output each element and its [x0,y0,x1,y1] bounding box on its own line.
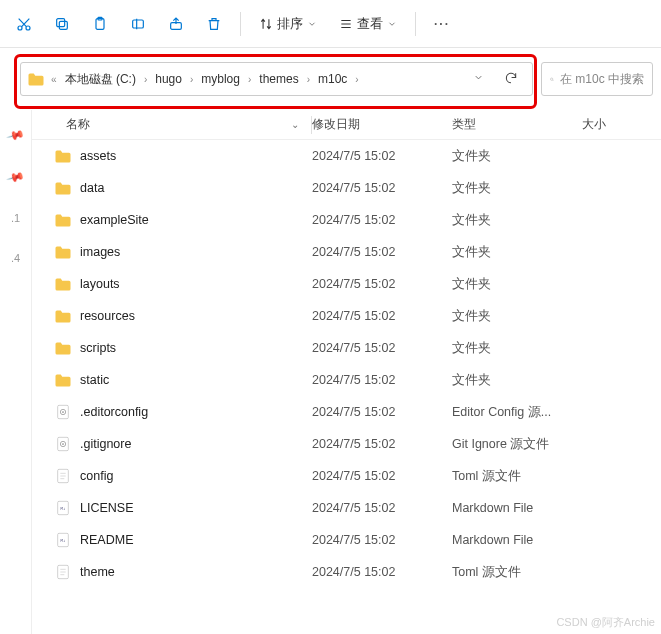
file-name: data [80,181,104,195]
copy-button[interactable] [44,6,80,42]
sidebar: 📌 📌 .1 .4 [0,110,32,634]
file-icon [54,404,72,420]
svg-text:M↓: M↓ [61,538,66,543]
folder-icon [54,308,72,324]
file-type: Toml 源文件 [452,564,582,581]
file-icon: M↓ [54,500,72,516]
breadcrumb-segment[interactable]: m10c [316,70,349,88]
folder-icon [54,148,72,164]
file-name: images [80,245,120,259]
file-row[interactable]: layouts2024/7/5 15:02文件夹 [32,268,661,300]
folder-icon [54,244,72,260]
file-date: 2024/7/5 15:02 [312,213,452,227]
view-dropdown[interactable]: 查看 [329,6,407,42]
file-name: theme [80,565,115,579]
folder-icon [54,180,72,196]
file-row[interactable]: .editorconfig2024/7/5 15:02Editor Config… [32,396,661,428]
pin-icon[interactable]: 📌 [6,167,26,187]
file-date: 2024/7/5 15:02 [312,533,452,547]
file-date: 2024/7/5 15:02 [312,437,452,451]
address-bar-row: « 本地磁盘 (C:) › hugo › myblog › themes › m… [0,48,661,110]
column-type[interactable]: 类型 [452,116,582,133]
file-row[interactable]: .gitignore2024/7/5 15:02Git Ignore 源文件 [32,428,661,460]
file-name: layouts [80,277,120,291]
svg-rect-2 [59,21,67,29]
svg-point-11 [62,411,64,413]
share-button[interactable] [158,6,194,42]
file-row[interactable]: exampleSite2024/7/5 15:02文件夹 [32,204,661,236]
file-row[interactable]: static2024/7/5 15:02文件夹 [32,364,661,396]
address-bar[interactable]: « 本地磁盘 (C:) › hugo › myblog › themes › m… [20,62,533,96]
column-size[interactable]: 大小 [582,116,661,133]
file-row[interactable]: config2024/7/5 15:02Toml 源文件 [32,460,661,492]
file-row[interactable]: resources2024/7/5 15:02文件夹 [32,300,661,332]
file-row[interactable]: data2024/7/5 15:02文件夹 [32,172,661,204]
rename-button[interactable] [120,6,156,42]
file-date: 2024/7/5 15:02 [312,309,452,323]
file-date: 2024/7/5 15:02 [312,469,452,483]
file-name: scripts [80,341,116,355]
more-button[interactable]: ··· [424,6,460,42]
cut-button[interactable] [6,6,42,42]
file-date: 2024/7/5 15:02 [312,181,452,195]
search-placeholder: 在 m10c 中搜索 [560,71,644,88]
file-type: Markdown File [452,501,582,515]
svg-text:M↓: M↓ [61,506,66,511]
chevron-down-icon [307,19,317,29]
breadcrumb-segment[interactable]: themes [257,70,300,88]
delete-button[interactable] [196,6,232,42]
folder-icon [54,372,72,388]
sidebar-item[interactable]: .4 [11,252,20,264]
chevron-right-icon: › [305,74,312,85]
sort-label: 排序 [277,15,303,33]
svg-point-1 [26,26,30,30]
refresh-button[interactable] [496,71,526,88]
search-icon [550,73,554,86]
file-type: 文件夹 [452,244,582,261]
file-name: .gitignore [80,437,131,451]
file-type: 文件夹 [452,372,582,389]
toolbar-separator [240,12,241,36]
file-name: README [80,533,133,547]
breadcrumb-segment[interactable]: hugo [153,70,184,88]
file-type: Git Ignore 源文件 [452,436,582,453]
file-type: Editor Config 源... [452,404,582,421]
file-row[interactable]: images2024/7/5 15:02文件夹 [32,236,661,268]
file-icon: M↓ [54,532,72,548]
view-label: 查看 [357,15,383,33]
folder-icon [54,340,72,356]
breadcrumb-segment[interactable]: myblog [199,70,242,88]
file-name: .editorconfig [80,405,148,419]
file-row[interactable]: M↓LICENSE2024/7/5 15:02Markdown File [32,492,661,524]
file-icon [54,564,72,580]
sort-dropdown[interactable]: 排序 [249,6,327,42]
sort-indicator-icon: ⌄ [291,119,299,130]
chevron-right-icon: › [142,74,149,85]
column-name[interactable]: 名称 ⌄ [32,116,312,134]
chevron-right-icon: › [188,74,195,85]
file-list: 名称 ⌄ 修改日期 类型 大小 assets2024/7/5 15:02文件夹d… [32,110,661,634]
file-name: exampleSite [80,213,149,227]
toolbar: 排序 查看 ··· [0,0,661,48]
file-date: 2024/7/5 15:02 [312,149,452,163]
breadcrumb-drive[interactable]: 本地磁盘 (C:) [63,69,138,90]
pin-icon[interactable]: 📌 [6,125,26,145]
file-icon [54,468,72,484]
toolbar-separator [415,12,416,36]
paste-button[interactable] [82,6,118,42]
file-row[interactable]: scripts2024/7/5 15:02文件夹 [32,332,661,364]
sidebar-item[interactable]: .1 [11,212,20,224]
column-date[interactable]: 修改日期 [312,116,452,133]
file-date: 2024/7/5 15:02 [312,341,452,355]
file-type: Toml 源文件 [452,468,582,485]
file-row[interactable]: M↓README2024/7/5 15:02Markdown File [32,524,661,556]
file-row[interactable]: assets2024/7/5 15:02文件夹 [32,140,661,172]
folder-icon [27,72,43,86]
file-type: Markdown File [452,533,582,547]
breadcrumb-overflow[interactable]: « [49,74,59,85]
file-row[interactable]: theme2024/7/5 15:02Toml 源文件 [32,556,661,588]
svg-point-0 [18,26,22,30]
file-name: static [80,373,109,387]
history-dropdown[interactable] [465,72,492,86]
search-box[interactable]: 在 m10c 中搜索 [541,62,653,96]
